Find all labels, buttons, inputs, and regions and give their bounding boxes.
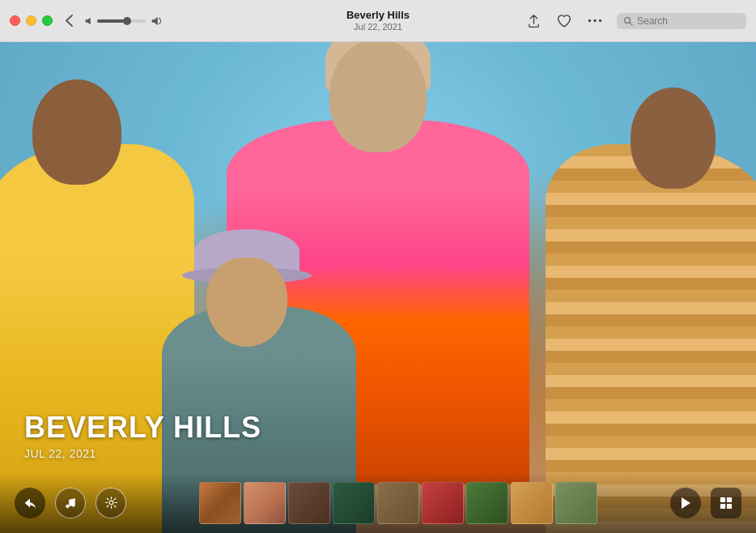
music-button[interactable] bbox=[55, 488, 86, 518]
minimize-button[interactable] bbox=[26, 15, 36, 26]
svg-point-2 bbox=[599, 19, 601, 22]
titlebar-actions bbox=[525, 12, 746, 30]
svg-point-1 bbox=[593, 19, 596, 22]
person-left-head bbox=[32, 79, 121, 185]
volume-high-icon bbox=[151, 15, 162, 27]
photo-subtitle: JUL 22, 2021 bbox=[24, 447, 261, 460]
favorite-button[interactable] bbox=[555, 12, 573, 29]
titlebar: Beverly Hills Jul 22, 2021 bbox=[0, 0, 756, 42]
titlebar-title: Beverly Hills bbox=[346, 9, 410, 22]
svg-rect-6 bbox=[727, 497, 732, 501]
svg-point-3 bbox=[625, 17, 631, 23]
thumbnail-6[interactable] bbox=[422, 482, 464, 524]
photo-title: BEVERLY HILLS bbox=[24, 411, 261, 444]
nav-buttons bbox=[61, 13, 78, 28]
main-photo: BEVERLY HILLS JUL 22, 2021 bbox=[0, 42, 756, 533]
thumbnail-9[interactable] bbox=[555, 482, 597, 524]
play-button[interactable] bbox=[670, 488, 701, 518]
close-button[interactable] bbox=[10, 15, 20, 26]
share-button[interactable] bbox=[525, 12, 542, 30]
thumbnail-7[interactable] bbox=[466, 482, 508, 524]
titlebar-center: Beverly Hills Jul 22, 2021 bbox=[346, 9, 410, 32]
search-input[interactable] bbox=[637, 15, 740, 27]
search-box[interactable] bbox=[617, 13, 746, 29]
titlebar-date: Jul 22, 2021 bbox=[346, 22, 410, 32]
more-button[interactable] bbox=[586, 12, 604, 29]
back-button[interactable] bbox=[61, 13, 78, 28]
maximize-button[interactable] bbox=[42, 15, 53, 26]
thumbnail-4[interactable] bbox=[333, 482, 375, 524]
svg-rect-7 bbox=[720, 503, 725, 508]
volume-thumb bbox=[123, 17, 131, 25]
thumbnail-5[interactable] bbox=[377, 482, 419, 524]
volume-low-icon bbox=[84, 16, 94, 26]
search-icon bbox=[623, 16, 633, 26]
photo-text-overlay: BEVERLY HILLS JUL 22, 2021 bbox=[24, 411, 261, 460]
rewind-button[interactable] bbox=[15, 488, 45, 518]
person-right-head bbox=[631, 87, 716, 189]
grid-view-button[interactable] bbox=[711, 488, 741, 518]
thumbnail-2[interactable] bbox=[244, 482, 286, 524]
thumbnail-8[interactable] bbox=[511, 482, 553, 524]
thumbnail-strip bbox=[142, 480, 654, 525]
person-front-face bbox=[206, 258, 287, 347]
svg-point-4 bbox=[109, 501, 113, 505]
thumbnail-3[interactable] bbox=[288, 482, 330, 524]
thumbnail-1[interactable] bbox=[199, 482, 241, 524]
traffic-lights bbox=[10, 15, 53, 26]
svg-rect-5 bbox=[720, 497, 725, 501]
svg-rect-8 bbox=[727, 503, 732, 508]
volume-slider[interactable] bbox=[97, 19, 146, 23]
bottom-bar bbox=[0, 472, 756, 533]
svg-point-0 bbox=[588, 19, 591, 22]
volume-fill bbox=[97, 19, 124, 23]
volume-control bbox=[84, 15, 162, 27]
settings-button[interactable] bbox=[96, 488, 126, 518]
person-center-back-head bbox=[329, 42, 427, 152]
